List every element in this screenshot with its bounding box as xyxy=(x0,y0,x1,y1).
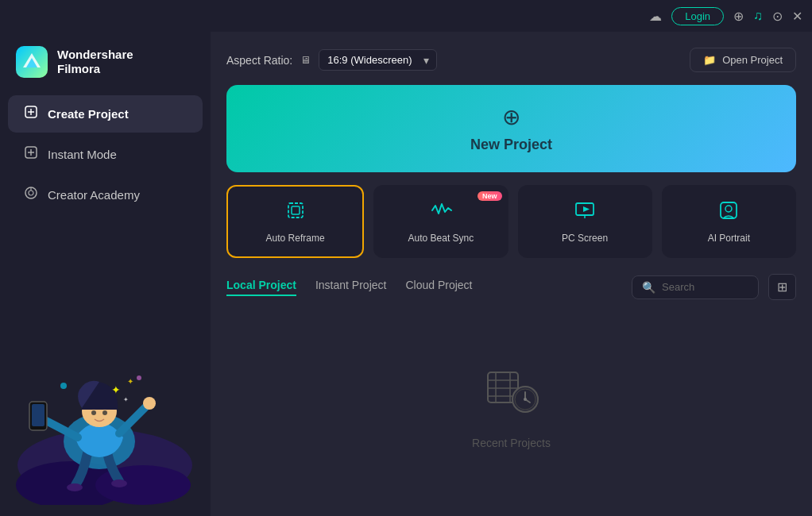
svg-text:✦: ✦ xyxy=(123,396,129,403)
projects-section: Local Project Instant Project Cloud Proj… xyxy=(226,274,796,500)
open-project-button[interactable]: 📁 Open Project xyxy=(690,48,796,72)
feature-card-ai-portrait[interactable]: AI Portrait xyxy=(662,185,796,258)
ai-portrait-label: AI Portrait xyxy=(708,233,750,244)
tab-cloud-project[interactable]: Cloud Project xyxy=(405,279,472,296)
top-bar: Aspect Ratio: 🖥 16:9 (Widescreen) 9:16 (… xyxy=(226,48,796,72)
info-icon[interactable]: ⊙ xyxy=(772,9,783,24)
sidebar-item-creator-academy[interactable]: Creator Academy xyxy=(8,176,203,214)
svg-rect-29 xyxy=(288,203,303,218)
svg-point-36 xyxy=(725,206,732,212)
sidebar-item-create-project[interactable]: Create Project xyxy=(8,95,203,133)
svg-point-15 xyxy=(67,483,83,491)
feature-card-pc-screen[interactable]: PC Screen xyxy=(518,185,652,258)
close-icon[interactable]: ✕ xyxy=(792,9,802,24)
search-icon: 🔍 xyxy=(642,281,655,294)
new-badge-auto-beat-sync: New xyxy=(478,191,502,201)
feature-card-auto-reframe[interactable]: Auto Reframe xyxy=(226,185,364,258)
search-bar[interactable]: 🔍 xyxy=(632,275,759,299)
sidebar-item-instant-mode[interactable]: Instant Mode xyxy=(8,136,203,173)
svg-point-9 xyxy=(29,191,33,195)
new-project-banner[interactable]: ⊕ New Project xyxy=(226,85,796,172)
open-project-label: Open Project xyxy=(722,54,783,66)
instant-mode-icon xyxy=(24,145,38,164)
svg-rect-20 xyxy=(32,404,44,426)
aspect-dropdown-wrapper: 16:9 (Widescreen) 9:16 (Portrait) 1:1 (S… xyxy=(319,49,437,71)
create-project-label: Create Project xyxy=(48,107,129,121)
screen-icon: 🖥 xyxy=(300,54,311,66)
grid-view-button[interactable]: ⊞ xyxy=(768,274,796,300)
feature-card-auto-beat-sync[interactable]: New Auto Beat Sync xyxy=(373,185,508,258)
svg-point-23 xyxy=(102,410,107,415)
login-button[interactable]: Login xyxy=(671,7,724,25)
tabs-row: Local Project Instant Project Cloud Proj… xyxy=(226,274,796,300)
auto-reframe-icon xyxy=(284,199,307,226)
app-body: Wondershare Filmora Create Project xyxy=(0,32,812,516)
project-tabs: Local Project Instant Project Cloud Proj… xyxy=(226,279,472,296)
svg-point-22 xyxy=(91,410,96,415)
auto-reframe-label: Auto Reframe xyxy=(266,233,325,244)
empty-state: Recent Projects xyxy=(226,313,796,500)
feature-cards: Auto Reframe New Auto Beat Sync xyxy=(226,185,796,258)
instant-mode-label: Instant Mode xyxy=(48,148,117,161)
logo-area: Wondershare Filmora xyxy=(0,38,211,94)
svg-text:✦: ✦ xyxy=(111,383,121,396)
tab-local-project[interactable]: Local Project xyxy=(226,279,296,296)
svg-point-16 xyxy=(111,479,127,487)
headphone-icon[interactable]: ♫ xyxy=(753,9,763,23)
tab-instant-project[interactable]: Instant Project xyxy=(315,279,387,296)
sidebar: Wondershare Filmora Create Project xyxy=(0,32,211,516)
svg-rect-30 xyxy=(292,206,300,214)
title-bar: ☁ Login ⊕ ♫ ⊙ ✕ xyxy=(0,0,812,32)
recent-projects-label: Recent Projects xyxy=(472,437,551,449)
aspect-ratio-selector: Aspect Ratio: 🖥 16:9 (Widescreen) 9:16 (… xyxy=(226,49,437,71)
app-logo-icon xyxy=(16,46,48,78)
svg-text:✦: ✦ xyxy=(127,377,133,386)
new-project-plus-icon: ⊕ xyxy=(502,104,520,130)
creator-academy-label: Creator Academy xyxy=(48,188,140,202)
aspect-ratio-dropdown[interactable]: 16:9 (Widescreen) 9:16 (Portrait) 1:1 (S… xyxy=(319,49,437,71)
svg-point-27 xyxy=(60,383,67,389)
creator-academy-icon xyxy=(24,186,38,204)
folder-icon: 📁 xyxy=(703,54,716,66)
logo-text: Wondershare Filmora xyxy=(57,48,133,76)
aspect-ratio-label: Aspect Ratio: xyxy=(226,54,292,67)
pc-screen-label: PC Screen xyxy=(562,233,608,244)
cloud-icon[interactable]: ☁ xyxy=(649,9,662,24)
auto-beat-sync-label: Auto Beat Sync xyxy=(408,233,474,244)
svg-point-28 xyxy=(137,375,141,380)
svg-point-47 xyxy=(524,398,527,401)
film-reel-icon xyxy=(484,364,539,427)
create-project-icon xyxy=(24,105,38,123)
sidebar-illustration: ✦ ✦ ✦ xyxy=(0,330,211,516)
search-input[interactable] xyxy=(662,281,748,293)
ai-portrait-icon xyxy=(717,199,740,226)
download-icon[interactable]: ⊕ xyxy=(733,9,744,24)
svg-marker-34 xyxy=(583,206,590,212)
auto-beat-sync-icon xyxy=(430,199,452,226)
main-content: Aspect Ratio: 🖥 16:9 (Widescreen) 9:16 (… xyxy=(211,32,812,516)
title-bar-icons: ☁ Login ⊕ ♫ ⊙ ✕ xyxy=(649,7,802,25)
pc-screen-icon xyxy=(574,199,596,226)
svg-point-18 xyxy=(143,397,156,410)
new-project-label: New Project xyxy=(470,137,552,153)
